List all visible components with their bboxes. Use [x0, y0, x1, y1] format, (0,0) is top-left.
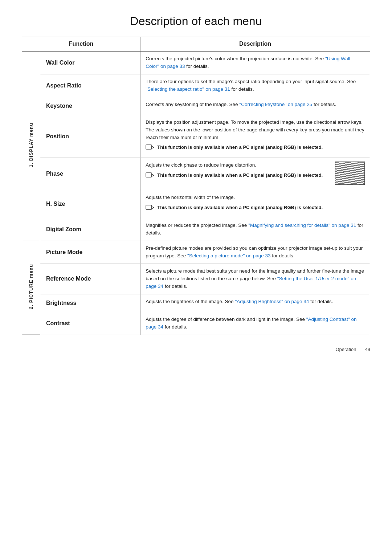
svg-rect-2	[146, 173, 152, 177]
func-reference-mode: Reference Mode	[40, 264, 140, 294]
desc-position: Displays the position adjustment page. T…	[140, 115, 370, 158]
note-text: This function is only available when a P…	[157, 144, 323, 151]
func-digital-zoom: Digital Zoom	[40, 218, 140, 241]
note-icon	[146, 172, 154, 182]
note-text: This function is only available when a P…	[157, 204, 323, 211]
desc-digital-zoom: Magnifies or reduces the projected image…	[140, 218, 370, 241]
func-wall-color: Wall Color	[40, 51, 140, 74]
desc-h--size: Adjusts the horizontal width of the imag…	[140, 190, 370, 218]
desc-keystone: Corrects any keystoning of the image. Se…	[140, 97, 370, 115]
desc-brightness: Adjusts the brightness of the image. See…	[140, 294, 370, 312]
note-icon	[146, 144, 154, 154]
section-label-display: 1. DISPLAY menu	[22, 51, 40, 241]
func-picture-mode: Picture Mode	[40, 241, 140, 264]
desc-picture-mode: Pre-defined picture modes are provided s…	[140, 241, 370, 264]
desc-phase: Adjusts the clock phase to reduce image …	[140, 158, 370, 190]
note-icon	[146, 204, 154, 214]
col-header-description: Description	[140, 37, 370, 51]
func-position: Position	[40, 115, 140, 158]
desc-contrast: Adjusts the degree of difference between…	[140, 312, 370, 334]
desc-aspect-ratio: There are four options to set the image'…	[140, 74, 370, 97]
footer-page: 49	[365, 347, 370, 352]
section-label-picture: 2. PICTURE menu	[22, 241, 40, 335]
func-keystone: Keystone	[40, 97, 140, 115]
desc-wall-color: Corrects the projected picture's color w…	[140, 51, 370, 74]
func-aspect-ratio: Aspect Ratio	[40, 74, 140, 97]
svg-marker-5	[152, 207, 154, 209]
col-header-function: Function	[22, 37, 140, 51]
svg-marker-1	[152, 146, 154, 148]
note-phase: This function is only available when a P…	[146, 172, 331, 182]
func-phase: Phase	[40, 158, 140, 190]
menu-table: Function Description 1. DISPLAY menuWall…	[22, 37, 370, 335]
note-h--size: This function is only available when a P…	[146, 204, 365, 214]
desc-reference-mode: Selects a picture mode that best suits y…	[140, 264, 370, 294]
svg-marker-3	[152, 174, 154, 176]
footer-label: Operation	[335, 347, 356, 352]
svg-rect-0	[146, 145, 152, 149]
page-title: Description of each menu	[22, 15, 370, 28]
note-position: This function is only available when a P…	[146, 144, 365, 154]
func-brightness: Brightness	[40, 294, 140, 312]
func-h--size: H. Size	[40, 190, 140, 218]
func-contrast: Contrast	[40, 312, 140, 334]
note-text: This function is only available when a P…	[157, 172, 323, 179]
svg-rect-4	[146, 205, 152, 209]
footer: Operation 49	[22, 347, 370, 352]
